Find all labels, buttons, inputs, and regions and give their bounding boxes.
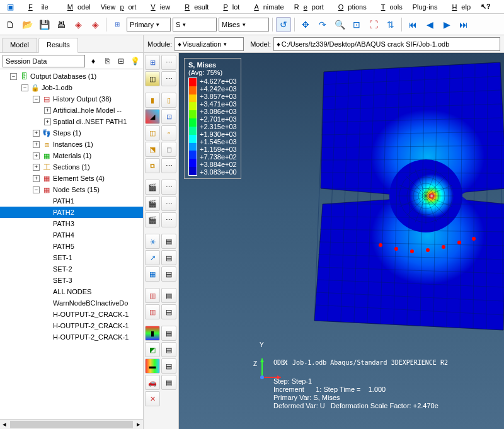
tree-node-path1[interactable]: PATH1 (0, 195, 143, 207)
tool-ply2-icon[interactable]: ◻ (161, 142, 176, 157)
zoom-icon[interactable]: 🔍 (332, 17, 347, 32)
whats-this-icon[interactable]: ↖? (476, 1, 495, 12)
tool-material2-icon[interactable]: ▫ (161, 125, 176, 140)
layer2-icon[interactable]: ◈ (88, 17, 103, 32)
tool-color1-icon[interactable]: ▮ (145, 326, 160, 341)
tool-field2-icon[interactable]: ▤ (161, 288, 176, 303)
tree-node-houtput-a[interactable]: H-OUTPUT-2_CRACK-1 (0, 309, 143, 320)
tool-stream1-icon[interactable]: ▬ (145, 358, 160, 374)
menu-model[interactable]: Model (59, 2, 95, 12)
tool-xy5-icon[interactable]: ▦ (145, 266, 160, 282)
tool-anim3-icon[interactable]: 🎬 (145, 196, 160, 211)
tool-symbol2-icon[interactable]: ⊡ (161, 109, 176, 124)
tree-node-houtput-c[interactable]: H-OUTPUT-2_CRACK-1 (0, 331, 143, 343)
module-combo[interactable]: ♦Visualization▾ (175, 37, 244, 51)
tree-node-set3[interactable]: SET-3 (0, 275, 143, 286)
tree-node-set2[interactable]: SET-2 (0, 263, 143, 275)
menu-animate[interactable]: Animate (245, 2, 288, 12)
next-icon[interactable]: ▶ (439, 17, 454, 32)
menu-tools[interactable]: Tools (372, 2, 407, 12)
tool-stream2-icon[interactable]: ▤ (161, 358, 176, 374)
filter-icon[interactable]: ⎘ (101, 55, 113, 67)
print-icon[interactable]: 🖶 (54, 17, 69, 32)
tool-overlay2-icon[interactable]: ⋯ (161, 158, 176, 173)
tree-node-houtput-b[interactable]: H-OUTPUT-2_CRACK-1 (0, 320, 143, 331)
tree-instances[interactable]: +⧈Instances (1) (0, 139, 143, 150)
tool-field1-icon[interactable]: ▥ (145, 288, 160, 303)
tree-history-output[interactable]: −▤History Output (38) (0, 93, 143, 105)
tool-anim2-icon[interactable]: ⋯ (161, 180, 176, 195)
tool-field3-icon[interactable]: ▥ (145, 304, 160, 319)
tree-node-warn[interactable]: WarnNodeBCInactiveDo (0, 297, 143, 309)
sync-icon[interactable]: ↺ (276, 17, 291, 32)
tree-hscroll[interactable]: ◂▸ (0, 419, 143, 429)
tab-results[interactable]: Results (38, 38, 78, 53)
first-icon[interactable]: ⏮ (405, 17, 420, 32)
tool-close-icon[interactable]: ✕ (145, 391, 160, 406)
tree-element-sets[interactable]: +▦Element Sets (4) (0, 173, 143, 184)
tool-xy6-icon[interactable]: ▤ (161, 266, 176, 282)
tool-contour-icon[interactable]: ▮ (145, 93, 160, 108)
tree-output-databases[interactable]: −🗄Output Databases (1) (0, 71, 143, 82)
menu-options[interactable]: Options (329, 2, 371, 12)
pan-icon[interactable]: ✥ (298, 17, 313, 32)
combo-primary[interactable]: Primary▾ (127, 18, 171, 31)
tab-model[interactable]: Model (2, 38, 37, 52)
tool-xy1-icon[interactable]: ⚹ (145, 234, 160, 249)
menu-plot[interactable]: Plot (214, 2, 244, 12)
menu-viewport[interactable]: Viewport (96, 2, 141, 12)
tree-node-path4[interactable]: PATH4 (0, 229, 143, 241)
new-icon[interactable]: 🗋 (3, 17, 18, 32)
tool-deformed-icon[interactable]: ◫ (145, 71, 160, 86)
tool-field4-icon[interactable]: ▤ (161, 304, 176, 319)
menu-view[interactable]: View (142, 2, 175, 12)
model-combo[interactable]: ♦C:/Users/tz339/Desktop/ABAQUS crack SIF… (273, 37, 500, 51)
tool-contour2-icon[interactable]: ▯ (161, 93, 176, 108)
menu-plugins[interactable]: Plug-ins (408, 2, 442, 12)
tool-cut1-icon[interactable]: ◩ (145, 342, 160, 357)
tree-artificial[interactable]: +Artificial..hole Model -- (0, 105, 143, 116)
fit-icon[interactable]: ⛶ (366, 17, 381, 32)
tool-xy4-icon[interactable]: ▤ (161, 250, 176, 265)
tool-anim5-icon[interactable]: 🎬 (145, 212, 160, 227)
tree-node-path3[interactable]: PATH3 (0, 218, 143, 229)
viewport[interactable]: S, Mises (Avg: 75%) +4.627e+03+4.242e+03… (179, 53, 504, 429)
tree-node-allnodes[interactable]: ALL NODES (0, 286, 143, 297)
zoombox-icon[interactable]: ⊡ (349, 17, 364, 32)
tree-spatial[interactable]: +Spatial di..NSET PATH1 (0, 116, 143, 127)
tool-anim4-icon[interactable]: ⋯ (161, 196, 176, 211)
menu-help[interactable]: Help (443, 2, 475, 12)
menu-report[interactable]: Report (290, 2, 328, 12)
tool-car-icon[interactable]: 🚗 (145, 375, 160, 390)
tool-xy2-icon[interactable]: ▤ (161, 234, 176, 249)
form-icon[interactable]: ⊟ (115, 55, 127, 67)
tree-job[interactable]: −🔒Job-1.odb (0, 82, 143, 93)
tree-sections[interactable]: +工Sections (1) (0, 161, 143, 173)
tool-xy3-icon[interactable]: ↗ (145, 250, 160, 265)
tree-node-set1[interactable]: SET-1 (0, 252, 143, 263)
tool-anim6-icon[interactable]: ⋯ (161, 212, 176, 227)
tree-node-path5[interactable]: PATH5 (0, 241, 143, 252)
tool-overlay-icon[interactable]: ⧉ (145, 158, 160, 173)
last-icon[interactable]: ⏭ (456, 17, 471, 32)
tool-options1-icon[interactable]: ⋯ (161, 55, 176, 70)
tool-anim1-icon[interactable]: 🎬 (145, 180, 160, 195)
results-tree[interactable]: −🗄Output Databases (1) −🔒Job-1.odb −▤His… (0, 69, 143, 419)
spin-icon[interactable]: ♦ (88, 55, 99, 67)
tool-cut2-icon[interactable]: ▤ (161, 342, 176, 357)
tool-car2-icon[interactable]: ▤ (161, 375, 176, 390)
bulb-icon[interactable]: 💡 (129, 55, 140, 67)
tool-color2-icon[interactable]: ▤ (161, 326, 176, 341)
tool-symbol-icon[interactable]: ◢ (145, 109, 160, 124)
tree-materials[interactable]: +▦Materials (1) (0, 150, 143, 161)
grid-icon[interactable]: ⊞ (110, 17, 125, 32)
tree-node-path2[interactable]: PATH2 (0, 207, 143, 218)
menu-file[interactable]: File (20, 2, 57, 12)
tool-material-icon[interactable]: ◫ (145, 125, 160, 140)
tree-node-sets[interactable]: −▦Node Sets (15) (0, 184, 143, 195)
prev-icon[interactable]: ◀ (422, 17, 437, 32)
tool-ply-icon[interactable]: ⬔ (145, 142, 160, 157)
menu-result[interactable]: Result (176, 2, 213, 12)
cycle-icon[interactable]: ⇅ (383, 17, 398, 32)
combo-invariant[interactable]: Mises▾ (219, 18, 269, 31)
